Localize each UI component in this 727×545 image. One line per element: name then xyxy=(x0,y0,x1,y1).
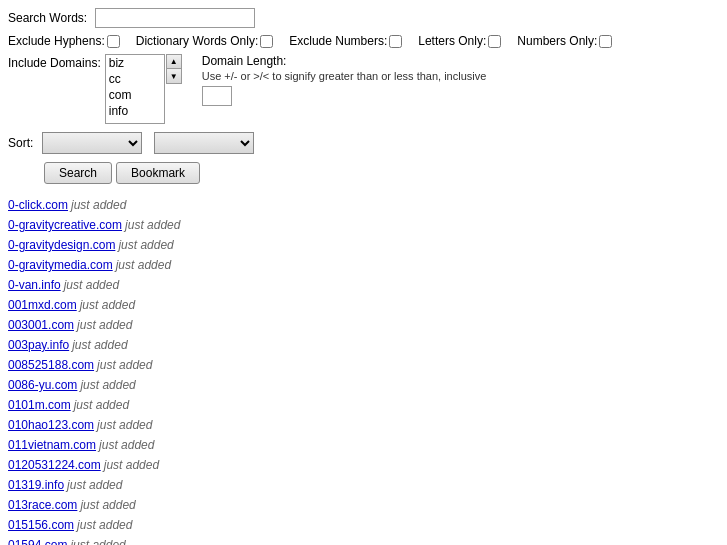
scroll-down-button[interactable]: ▼ xyxy=(167,69,181,83)
domain-link[interactable]: 015156.com xyxy=(8,518,74,532)
list-item: 011vietnam.comjust added xyxy=(8,436,719,454)
status-text: just added xyxy=(77,318,132,332)
status-text: just added xyxy=(70,538,125,545)
domains-section: Include Domains: bizcccominfo ▲ ▼ Domain… xyxy=(8,54,719,124)
letters-only-checkbox[interactable] xyxy=(488,35,501,48)
sort-select-1[interactable]: NameLengthDate Added xyxy=(42,132,142,154)
domain-link[interactable]: 0101m.com xyxy=(8,398,71,412)
list-item: 0-click.comjust added xyxy=(8,196,719,214)
search-button[interactable]: Search xyxy=(44,162,112,184)
status-text: just added xyxy=(80,298,135,312)
domain-link[interactable]: 0120531224.com xyxy=(8,458,101,472)
sort-selects: NameLengthDate Added AscendingDescending xyxy=(42,132,260,154)
status-text: just added xyxy=(80,498,135,512)
numbers-only-checkbox[interactable] xyxy=(599,35,612,48)
domain-link[interactable]: 01319.info xyxy=(8,478,64,492)
domain-link[interactable]: 003pay.info xyxy=(8,338,69,352)
status-text: just added xyxy=(125,218,180,232)
list-item: 0-gravitycreative.comjust added xyxy=(8,216,719,234)
scroll-up-button[interactable]: ▲ xyxy=(167,55,181,69)
list-item: 01319.infojust added xyxy=(8,476,719,494)
domain-list-item[interactable]: biz xyxy=(106,55,164,71)
domain-link[interactable]: 010hao123.com xyxy=(8,418,94,432)
bookmark-button[interactable]: Bookmark xyxy=(116,162,200,184)
domain-length-hint: Use +/- or >/< to signify greater than o… xyxy=(202,70,487,82)
list-item: 001mxd.comjust added xyxy=(8,296,719,314)
status-text: just added xyxy=(104,458,159,472)
button-row: Search Bookmark xyxy=(44,162,719,184)
search-words-label: Search Words: xyxy=(8,11,87,25)
status-text: just added xyxy=(99,438,154,452)
domain-link[interactable]: 0-gravitymedia.com xyxy=(8,258,113,272)
exclude-hyphens-label: Exclude Hyphens: xyxy=(8,34,105,48)
status-text: just added xyxy=(74,398,129,412)
status-text: just added xyxy=(72,338,127,352)
domain-length-section: Domain Length: Use +/- or >/< to signify… xyxy=(202,54,487,106)
letters-only-group: Letters Only: xyxy=(418,34,503,48)
exclude-numbers-checkbox[interactable] xyxy=(389,35,402,48)
domains-listbox[interactable]: bizcccominfo xyxy=(105,54,165,124)
status-text: just added xyxy=(97,358,152,372)
status-text: just added xyxy=(67,478,122,492)
sort-row: Sort: NameLengthDate Added AscendingDesc… xyxy=(8,132,719,154)
domains-listbox-wrapper: bizcccominfo ▲ ▼ xyxy=(105,54,182,124)
search-words-input[interactable] xyxy=(95,8,255,28)
list-item: 003pay.infojust added xyxy=(8,336,719,354)
status-text: just added xyxy=(71,198,126,212)
domain-link[interactable]: 001mxd.com xyxy=(8,298,77,312)
list-item: 0086-yu.comjust added xyxy=(8,376,719,394)
sort-select-2[interactable]: AscendingDescending xyxy=(154,132,254,154)
letters-only-label: Letters Only: xyxy=(418,34,486,48)
list-item: 0-gravitydesign.comjust added xyxy=(8,236,719,254)
domain-link[interactable]: 0-gravitydesign.com xyxy=(8,238,115,252)
list-item: 015156.comjust added xyxy=(8,516,719,534)
exclude-hyphens-group: Exclude Hyphens: xyxy=(8,34,122,48)
domain-list-item[interactable]: cc xyxy=(106,71,164,87)
list-item: 0-van.infojust added xyxy=(8,276,719,294)
status-text: just added xyxy=(64,278,119,292)
domain-list-item[interactable]: com xyxy=(106,87,164,103)
dictionary-words-label: Dictionary Words Only: xyxy=(136,34,258,48)
status-text: just added xyxy=(97,418,152,432)
domain-link[interactable]: 013race.com xyxy=(8,498,77,512)
list-item: 0-gravitymedia.comjust added xyxy=(8,256,719,274)
sort-label: Sort: xyxy=(8,136,38,150)
numbers-only-group: Numbers Only: xyxy=(517,34,614,48)
domain-link[interactable]: 0086-yu.com xyxy=(8,378,77,392)
domain-length-input[interactable] xyxy=(202,86,232,106)
list-item: 0120531224.comjust added xyxy=(8,456,719,474)
domain-link[interactable]: 0-gravitycreative.com xyxy=(8,218,122,232)
domain-length-label: Domain Length: xyxy=(202,54,287,68)
list-item: 008525188.comjust added xyxy=(8,356,719,374)
checkboxes-row: Exclude Hyphens: Dictionary Words Only: … xyxy=(8,34,719,48)
exclude-numbers-group: Exclude Numbers: xyxy=(289,34,404,48)
status-text: just added xyxy=(116,258,171,272)
list-item: 010hao123.comjust added xyxy=(8,416,719,434)
domain-link[interactable]: 01594.com xyxy=(8,538,67,545)
domain-link[interactable]: 011vietnam.com xyxy=(8,438,96,452)
include-domains-label: Include Domains: xyxy=(8,56,101,70)
status-text: just added xyxy=(77,518,132,532)
list-item: 01594.comjust added xyxy=(8,536,719,545)
status-text: just added xyxy=(118,238,173,252)
exclude-numbers-label: Exclude Numbers: xyxy=(289,34,387,48)
numbers-only-label: Numbers Only: xyxy=(517,34,597,48)
results-section: 0-click.comjust added0-gravitycreative.c… xyxy=(8,196,719,545)
domain-list-item[interactable]: info xyxy=(106,103,164,119)
domain-link[interactable]: 0-click.com xyxy=(8,198,68,212)
list-item: 0101m.comjust added xyxy=(8,396,719,414)
list-item: 013race.comjust added xyxy=(8,496,719,514)
domain-link[interactable]: 008525188.com xyxy=(8,358,94,372)
domain-scrollbar: ▲ ▼ xyxy=(166,54,182,84)
search-words-row: Search Words: xyxy=(8,8,719,28)
status-text: just added xyxy=(80,378,135,392)
domain-link[interactable]: 003001.com xyxy=(8,318,74,332)
domain-link[interactable]: 0-van.info xyxy=(8,278,61,292)
dictionary-words-group: Dictionary Words Only: xyxy=(136,34,275,48)
exclude-hyphens-checkbox[interactable] xyxy=(107,35,120,48)
dictionary-words-checkbox[interactable] xyxy=(260,35,273,48)
list-item: 003001.comjust added xyxy=(8,316,719,334)
